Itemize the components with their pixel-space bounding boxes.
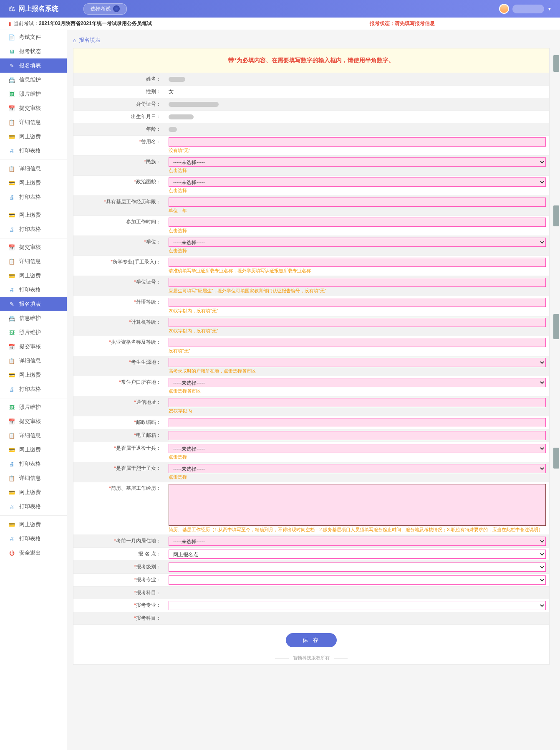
menu-label: 提交审核 bbox=[19, 104, 41, 112]
sidebar-item-39[interactable]: 🖨打印表格 bbox=[0, 532, 67, 546]
sidebar-item-2[interactable]: ✎报名填表 bbox=[0, 58, 67, 73]
sidebar-item-32[interactable]: 💳网上缴费 bbox=[0, 443, 67, 457]
sidebar-item-38[interactable]: 💳网上缴费 bbox=[0, 517, 67, 532]
menu-label: 网上缴费 bbox=[19, 521, 41, 528]
text-input[interactable] bbox=[169, 278, 546, 287]
form-value bbox=[165, 599, 549, 612]
menu-icon: 🖥 bbox=[8, 48, 15, 55]
text-input[interactable] bbox=[169, 431, 546, 440]
select-input[interactable]: -----未选择----- bbox=[169, 157, 546, 167]
menu-label: 网上缴费 bbox=[19, 446, 41, 454]
date-input[interactable] bbox=[169, 218, 546, 227]
select-input[interactable]: -----未选择----- bbox=[169, 378, 546, 387]
select-input[interactable]: 网上报名点 bbox=[169, 550, 546, 559]
form-value: 20汉字以内，没有填“无” bbox=[165, 316, 549, 336]
text-input[interactable] bbox=[169, 418, 546, 427]
sidebar-item-0[interactable]: 📄考试文件 bbox=[0, 30, 67, 44]
menu-label: 打印表格 bbox=[19, 147, 41, 155]
sidebar-item-11[interactable]: 💳网上缴费 bbox=[0, 176, 67, 190]
sidebar-item-22[interactable]: 📇信息维护 bbox=[0, 311, 67, 325]
sidebar-item-10[interactable]: 📋详细信息 bbox=[0, 162, 67, 176]
sidebar-item-7[interactable]: 💳网上缴费 bbox=[0, 129, 67, 144]
select-input[interactable]: -----未选择----- bbox=[169, 238, 546, 247]
select-input[interactable] bbox=[169, 562, 546, 572]
menu-icon: 📅 bbox=[8, 344, 15, 350]
sidebar-item-14[interactable]: 💳网上缴费 bbox=[0, 208, 67, 222]
save-button[interactable]: 保 存 bbox=[286, 633, 337, 647]
sidebar-item-25[interactable]: 📋详细信息 bbox=[0, 354, 67, 368]
menu-label: 详细信息 bbox=[19, 165, 41, 172]
sidebar-item-4[interactable]: 🖼照片维护 bbox=[0, 87, 67, 101]
text-input[interactable] bbox=[169, 298, 546, 307]
form-label: *邮政编码： bbox=[73, 416, 165, 429]
form-value: -----未选择-----点击选择省市区 bbox=[165, 376, 549, 396]
form-label: *政治面貌： bbox=[73, 176, 165, 195]
text-input[interactable] bbox=[169, 137, 546, 147]
select-input[interactable]: -----未选择----- bbox=[169, 464, 546, 473]
text-input[interactable] bbox=[169, 318, 546, 327]
sidebar-item-34[interactable]: 📋详细信息 bbox=[0, 471, 67, 485]
sidebar-item-30[interactable]: 📅提交审核 bbox=[0, 414, 67, 428]
form-label: *是否属于烈士子女： bbox=[73, 462, 165, 482]
app-title: 网上报名系统 bbox=[18, 5, 58, 13]
form-label: *学位： bbox=[73, 236, 165, 256]
current-exam-prefix: 当前考试： bbox=[14, 20, 39, 27]
form-value: 简历、基层工作经历（1.从高中填写至今，精确到月，不得出现时间空档；2.服务基层… bbox=[165, 482, 549, 535]
form-label: *报考专业： bbox=[73, 574, 165, 586]
form-label: *简历、基层工作经历： bbox=[73, 482, 165, 535]
select-input[interactable] bbox=[169, 358, 546, 367]
text-input[interactable] bbox=[169, 398, 546, 407]
sidebar-item-6[interactable]: 📋详细信息 bbox=[0, 115, 67, 129]
breadcrumb: ⌂ 报名填表 bbox=[73, 36, 550, 44]
sidebar-item-15[interactable]: 🖨打印表格 bbox=[0, 222, 67, 236]
sidebar-item-1[interactable]: 🖥报考状态 bbox=[0, 44, 67, 58]
sidebar-item-8[interactable]: 🖨打印表格 bbox=[0, 144, 67, 158]
menu-icon: 📄 bbox=[8, 34, 15, 41]
sidebar-item-36[interactable]: 🖨打印表格 bbox=[0, 499, 67, 514]
sidebar-item-17[interactable]: 📅提交审核 bbox=[0, 240, 67, 254]
avatar[interactable] bbox=[499, 4, 509, 14]
text-input[interactable] bbox=[169, 198, 546, 207]
form-value: 20汉字以内，没有填“无” bbox=[165, 296, 549, 316]
sidebar-item-18[interactable]: 📋详细信息 bbox=[0, 254, 67, 269]
menu-icon: 🖨 bbox=[8, 226, 15, 233]
select-input[interactable]: -----未选择----- bbox=[169, 177, 546, 187]
form-value: 没有填“无” bbox=[165, 336, 549, 356]
sidebar-item-23[interactable]: 🖼照片维护 bbox=[0, 325, 67, 340]
menu-icon: 🖼 bbox=[8, 404, 15, 410]
sidebar-item-33[interactable]: 🖨打印表格 bbox=[0, 457, 67, 471]
menu-label: 网上缴费 bbox=[19, 272, 41, 279]
sidebar-item-20[interactable]: 🖨打印表格 bbox=[0, 283, 67, 297]
sidebar-item-35[interactable]: 💳网上缴费 bbox=[0, 485, 67, 499]
scrollbar[interactable] bbox=[553, 30, 559, 750]
select-input[interactable] bbox=[169, 575, 546, 585]
select-exam-button[interactable]: 选择考试 bbox=[83, 3, 127, 15]
text-input[interactable] bbox=[169, 338, 546, 347]
textarea-input[interactable] bbox=[169, 484, 546, 526]
sidebar-item-12[interactable]: 🖨打印表格 bbox=[0, 190, 67, 204]
menu-label: 网上缴费 bbox=[19, 133, 41, 140]
select-input[interactable]: -----未选择----- bbox=[169, 444, 546, 453]
sidebar-item-31[interactable]: 📋详细信息 bbox=[0, 428, 67, 443]
home-icon: ⌂ bbox=[73, 37, 76, 43]
sidebar-item-3[interactable]: 📇信息维护 bbox=[0, 73, 67, 87]
select-input[interactable]: -----未选择----- bbox=[169, 537, 546, 546]
sidebar-item-27[interactable]: 🖨打印表格 bbox=[0, 382, 67, 396]
document-icon: ▮ bbox=[8, 21, 11, 27]
sidebar-item-19[interactable]: 💳网上缴费 bbox=[0, 269, 67, 283]
form-value: -----未选择-----点击选择 bbox=[165, 176, 549, 195]
sidebar-item-29[interactable]: 🖼照片维护 bbox=[0, 400, 67, 414]
sidebar-item-24[interactable]: 📅提交审核 bbox=[0, 340, 67, 354]
menu-icon: 🖨 bbox=[8, 504, 15, 510]
menu-icon: 📅 bbox=[8, 105, 15, 111]
form-label: *报考科目： bbox=[73, 612, 165, 624]
sidebar-item-26[interactable]: 💳网上缴费 bbox=[0, 368, 67, 382]
chevron-down-icon[interactable]: ▼ bbox=[547, 7, 552, 11]
form-label: *具有基层工作经历年限： bbox=[73, 196, 165, 215]
sidebar-item-5[interactable]: 📅提交审核 bbox=[0, 101, 67, 115]
select-input[interactable] bbox=[169, 601, 546, 610]
menu-icon: 📋 bbox=[8, 433, 15, 439]
text-input[interactable] bbox=[169, 258, 546, 267]
sidebar-item-21[interactable]: ✎报名填表 bbox=[0, 297, 67, 311]
sidebar-item-40[interactable]: ⏻安全退出 bbox=[0, 546, 67, 560]
